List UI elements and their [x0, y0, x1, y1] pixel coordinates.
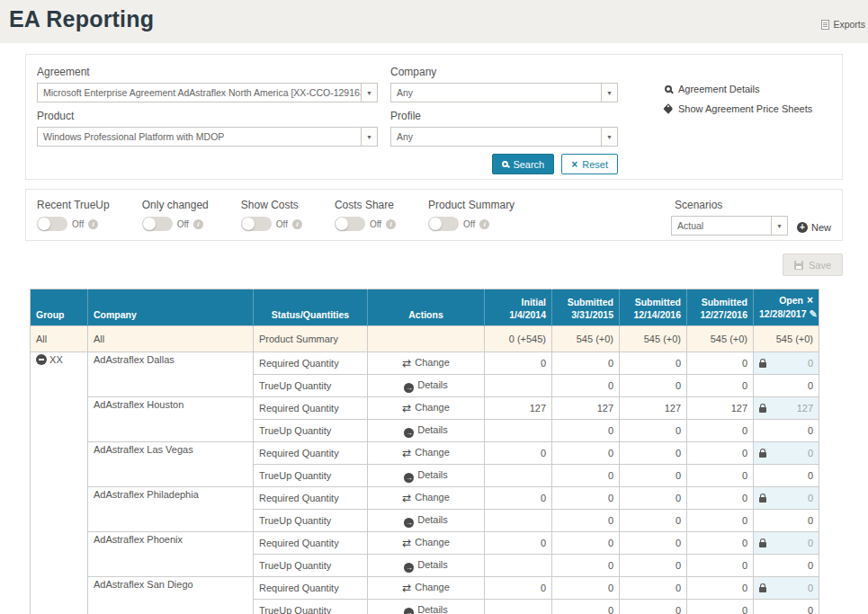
col-header-group: Group	[31, 289, 88, 326]
summary-value-cell: 545 (+0)	[687, 326, 754, 352]
open-cell-content: 0	[759, 448, 813, 458]
costs-share-switch[interactable]	[335, 217, 365, 231]
scenarios-select[interactable]: Actual	[671, 216, 788, 236]
col-header-status: Status/Quantities	[254, 289, 368, 326]
profile-label: Profile	[390, 110, 618, 122]
status-cell: TrueUp Quantity	[254, 510, 368, 532]
chevron-down-icon[interactable]	[601, 128, 617, 146]
chevron-down-icon[interactable]	[361, 128, 377, 146]
switch-knob	[429, 218, 442, 230]
lock-icon	[759, 497, 766, 503]
scenarios-label: Scenarios	[671, 199, 788, 211]
open-quantity-cell: 0	[754, 577, 819, 600]
filter-grid: Agreement Microsoft Enterprise Agreement…	[37, 66, 831, 174]
quantity-cell: 127	[552, 397, 620, 420]
open-cell-content: 0	[759, 538, 813, 548]
costs-share-label: Costs Share	[335, 199, 396, 211]
details-action[interactable]: Details	[368, 420, 485, 442]
new-scenario-button[interactable]: New	[797, 222, 831, 233]
open-quantity-cell: 0	[754, 487, 819, 510]
scenarios-field: Scenarios Actual	[671, 199, 788, 236]
quantity-cell: 0	[552, 465, 620, 487]
quantity-cell: 0	[552, 510, 620, 532]
change-action[interactable]: Change	[368, 577, 485, 600]
search-button[interactable]: Search	[492, 154, 554, 174]
company-name-cell: AdAstraflex Phoenix	[88, 532, 254, 577]
lock-icon	[759, 587, 766, 592]
agreement-links: Agreement Details Show Agreement Price S…	[631, 66, 831, 147]
filter-buttons: Search Reset	[390, 154, 631, 174]
collapse-group-icon[interactable]	[36, 354, 47, 365]
agreement-select[interactable]: Microsoft Enterprise Agreement AdAstrafl…	[37, 83, 378, 102]
product-summary-switch[interactable]	[428, 217, 459, 231]
change-action[interactable]: Change	[368, 442, 485, 465]
details-icon	[404, 473, 414, 483]
quantity-cell: 0	[687, 375, 754, 397]
quantity-cell: 0	[620, 487, 687, 510]
quantity-cell: 0	[485, 352, 552, 375]
show-costs-label: Show Costs	[241, 199, 302, 211]
scenarios-value: Actual	[672, 217, 771, 235]
quantity-cell	[485, 465, 552, 487]
details-action[interactable]: Details	[368, 465, 485, 487]
details-action[interactable]: Details	[368, 375, 485, 397]
reset-button[interactable]: Reset	[561, 154, 618, 174]
status-cell: Required Quantity	[254, 532, 368, 555]
details-action[interactable]: Details	[368, 600, 485, 614]
quantity-cell: 0	[687, 487, 754, 510]
company-field: Company Any	[390, 66, 631, 102]
info-icon	[292, 219, 302, 229]
required-quantity-row: AdAstraflex PhiladephiaRequired Quantity…	[31, 487, 819, 510]
reset-x-icon	[571, 158, 577, 171]
details-action[interactable]: Details	[368, 510, 485, 532]
quantity-cell: 0	[754, 375, 819, 397]
close-column-icon[interactable]	[803, 295, 813, 306]
quantity-cell: 0	[754, 420, 819, 442]
company-name-cell: AdAstraflex Dallas	[88, 352, 254, 397]
chevron-down-icon[interactable]	[601, 84, 617, 102]
open-cell-content: 0	[759, 583, 813, 593]
toggle-show-costs: Show Costs Off	[241, 199, 302, 231]
status-cell: TrueUp Quantity	[254, 600, 368, 614]
exports-button[interactable]: Exports	[821, 19, 865, 30]
summary-status-cell: Product Summary	[254, 326, 368, 352]
details-action[interactable]: Details	[368, 555, 485, 577]
edit-column-icon[interactable]	[807, 308, 818, 319]
chevron-down-icon[interactable]	[361, 84, 377, 102]
quantity-cell: 0	[620, 532, 687, 555]
details-icon	[404, 428, 414, 438]
only-changed-switch[interactable]	[142, 217, 173, 231]
agreement-details-label: Agreement Details	[678, 84, 760, 94]
costs-share-state: Off	[370, 219, 381, 229]
toggle-only-changed: Only changed Off	[142, 199, 209, 231]
change-action[interactable]: Change	[368, 352, 485, 375]
show-costs-state: Off	[276, 219, 288, 229]
change-action[interactable]: Change	[368, 487, 485, 510]
change-action[interactable]: Change	[368, 397, 485, 420]
summary-value-cell: 0 (+545)	[485, 326, 552, 352]
required-quantity-row: AdAstraflex HoustonRequired QuantityChan…	[31, 397, 819, 420]
product-field: Product Windows Professional Platform wi…	[37, 110, 390, 147]
profile-select[interactable]: Any	[390, 127, 618, 147]
save-button[interactable]: Save	[783, 254, 843, 276]
recent-trueup-switch[interactable]	[37, 217, 67, 231]
chevron-down-icon[interactable]	[771, 217, 787, 235]
company-select[interactable]: Any	[390, 83, 618, 102]
status-cell: Required Quantity	[254, 487, 368, 510]
quantity-cell: 0	[687, 577, 754, 600]
locked-value: 0	[808, 583, 813, 593]
table-header: Group Company Status/Quantities Actions …	[31, 289, 819, 326]
open-cell-content: 0	[759, 493, 813, 503]
quantity-cell: 0	[754, 600, 819, 614]
show-costs-switch[interactable]	[241, 217, 272, 231]
only-changed-label: Only changed	[142, 199, 209, 211]
summary-value-cell: 545 (+0)	[552, 326, 620, 352]
status-cell: Required Quantity	[254, 397, 368, 420]
quantity-cell: 0	[620, 352, 687, 375]
agreement-details-link[interactable]: Agreement Details	[665, 84, 831, 94]
details-icon	[404, 563, 414, 573]
change-action[interactable]: Change	[368, 532, 485, 555]
price-sheets-link[interactable]: Show Agreement Price Sheets	[665, 103, 831, 114]
required-quantity-row: XXAdAstraflex DallasRequired QuantityCha…	[31, 352, 819, 375]
product-select[interactable]: Windows Professional Platform with MDOP	[37, 127, 378, 147]
